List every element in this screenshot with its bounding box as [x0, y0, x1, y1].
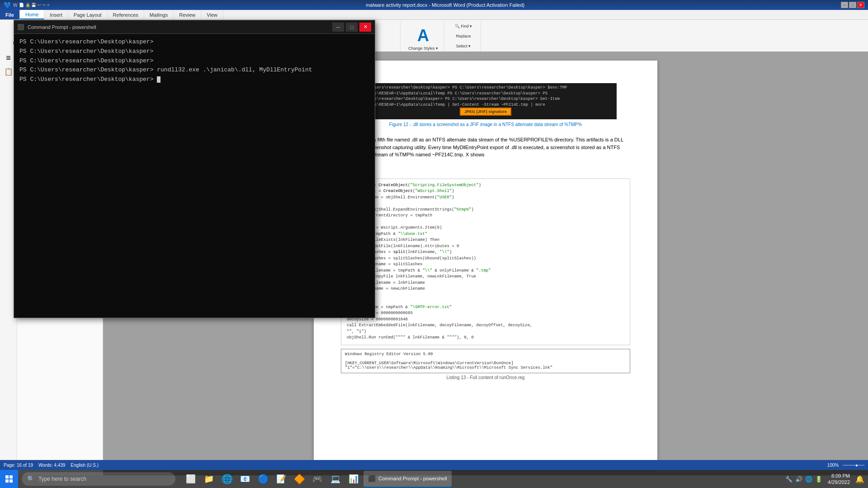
select-button[interactable]: Select ▾	[450, 42, 477, 51]
status-bar: Page: 16 of 19 Words: 4,439 English (U.S…	[0, 460, 868, 470]
code-block-appendix: Set objFSO = CreateObject("Scripting.Fil…	[341, 178, 630, 345]
mail-icon[interactable]: 📧	[237, 471, 253, 487]
cmd-app-icon: ⬛	[18, 24, 24, 30]
cmd-title: Command Prompt - powershell	[28, 24, 96, 30]
svg-rect-2	[5, 479, 9, 483]
minimize-button[interactable]: ─	[841, 2, 848, 8]
cmd-titlebar: ⬛ Command Prompt - powershell ─ □ ✕	[14, 20, 375, 34]
active-window-taskbar[interactable]: ⬛ Command Prompt - powershell	[363, 471, 452, 487]
tray-icon-2[interactable]: 🔊	[795, 476, 802, 483]
clock-time: 8:09 PM	[828, 473, 850, 479]
registry-block: Windows Registry Editor Version 5.00 [HK…	[341, 349, 630, 373]
status-zoom: 100%	[827, 463, 839, 468]
tab-review[interactable]: Review	[174, 10, 201, 19]
status-page-info: Page: 16 of 19	[4, 463, 33, 468]
task-view-button[interactable]: ⬜	[183, 471, 199, 487]
figure-12-caption: Figure 12 - .dll stores a screenshot as …	[341, 122, 630, 127]
system-tray: 🔧 🔊 🌐 🔋	[785, 476, 822, 483]
tray-icon-1[interactable]: 🔧	[785, 476, 793, 483]
status-language: English (U.S.)	[71, 463, 99, 468]
app-icon-5[interactable]: 💻	[327, 471, 344, 487]
tray-icon-4[interactable]: 🔋	[815, 476, 822, 483]
appendix-heading: Appendix	[341, 166, 630, 174]
sidebar-icon-2[interactable]: 📋	[4, 67, 13, 76]
cmd-minimize-button[interactable]: ─	[332, 23, 344, 32]
cmd-body: PS C:\Users\researcher\Desktop\kasper> P…	[14, 34, 375, 318]
svg-rect-3	[9, 479, 13, 483]
close-button[interactable]: ✕	[857, 2, 864, 8]
taskbar: 🔍 Type here to search ⬜ 📁 🌐 📧 🔵 📝 🔶 🎮 💻 …	[0, 470, 868, 488]
start-button[interactable]	[0, 470, 18, 488]
taskbar-right: 🔧 🔊 🌐 🔋 8:09 PM 4/29/2022 🔔	[785, 473, 868, 486]
tab-page-layout[interactable]: Page Layout	[68, 10, 108, 19]
tab-mailings[interactable]: Mailings	[144, 10, 174, 19]
registry-caption: Listing 13 - Full content of runOnce.reg	[341, 375, 630, 380]
app-icon-6[interactable]: 📊	[345, 471, 362, 487]
tab-home[interactable]: Home	[20, 10, 44, 19]
figure-image-terminal: PS C:\Users\researcher\Desktop\kasper> P…	[354, 83, 617, 109]
cmd-close-button[interactable]: ✕	[359, 23, 371, 32]
app-icon-2[interactable]: 📝	[273, 471, 289, 487]
taskbar-icons: ⬜ 📁 🌐 📧 🔵 📝 🔶 🎮 💻 📊 ⬛ Command Prompt - p…	[183, 471, 452, 487]
tab-references[interactable]: References	[108, 10, 144, 19]
notification-icon[interactable]: 🔔	[855, 475, 864, 483]
cmd-window: ⬛ Command Prompt - powershell ─ □ ✕ PS C…	[14, 20, 375, 318]
system-clock[interactable]: 8:09 PM 4/29/2022	[824, 473, 854, 486]
figure-12-image: PS C:\Users\researcher\Desktop\kasper> P…	[354, 83, 617, 119]
file-explorer-icon[interactable]: 📁	[201, 471, 217, 487]
figure-12-container: PS C:\Users\researcher\Desktop\kasper> P…	[341, 83, 630, 127]
ribbon-tabs: File Home Insert Page Layout References …	[0, 10, 868, 20]
active-window-label: Command Prompt - powershell	[378, 476, 447, 481]
doc-paragraph-1: Janicab drops a fifth file named .dll as…	[341, 136, 630, 159]
cmd-taskbar-icon: ⬛	[368, 475, 376, 482]
cmd-line-3: PS C:\Users\researcher\Desktop\kasper>	[19, 56, 369, 66]
browser-icon[interactable]: 🌐	[219, 471, 235, 487]
cmd-maximize-button[interactable]: □	[346, 23, 358, 32]
maximize-button[interactable]: □	[849, 2, 856, 8]
cmd-line-5: PS C:\Users\researcher\Desktop\kasper>	[19, 75, 369, 84]
clock-date: 4/29/2022	[828, 479, 850, 485]
big-a-icon: A	[417, 28, 429, 44]
tab-insert[interactable]: Insert	[44, 10, 68, 19]
app-title: malware activity report.docx - Microsoft…	[49, 2, 841, 8]
app-icon-3[interactable]: 🔶	[291, 471, 307, 487]
find-button[interactable]: 🔍 Find ▾	[450, 22, 477, 31]
sidebar-icon-1[interactable]: ≡	[6, 53, 11, 63]
search-placeholder: Type here to search	[38, 476, 86, 482]
svg-rect-1	[9, 475, 13, 479]
cmd-line-4: PS C:\Users\researcher\Desktop\kasper> r…	[19, 66, 369, 75]
status-words: Words: 4,439	[38, 463, 65, 468]
app-icon-1[interactable]: 🔵	[255, 471, 271, 487]
status-zoom-slider[interactable]: ────●──	[842, 463, 864, 468]
word-title-bar: 💙 W 📄 🔒 💾 ↩ ↪ ≡ malware activity report.…	[0, 0, 868, 10]
app-icon-4[interactable]: 🎮	[309, 471, 326, 487]
search-icon: 🔍	[27, 475, 35, 483]
replace-button[interactable]: Replace	[450, 32, 477, 41]
taskbar-search[interactable]: 🔍 Type here to search	[22, 472, 175, 486]
jpeg-signature-badge: JPEG (JFIF) signature	[460, 108, 511, 116]
tray-icon-3[interactable]: 🌐	[805, 476, 812, 483]
svg-rect-0	[5, 475, 9, 479]
tab-view[interactable]: View	[201, 10, 223, 19]
tab-file[interactable]: File	[0, 10, 20, 19]
cmd-line-1: PS C:\Users\researcher\Desktop\kasper>	[19, 38, 369, 47]
cmd-line-2: PS C:\Users\researcher\Desktop\kasper>	[19, 47, 369, 56]
